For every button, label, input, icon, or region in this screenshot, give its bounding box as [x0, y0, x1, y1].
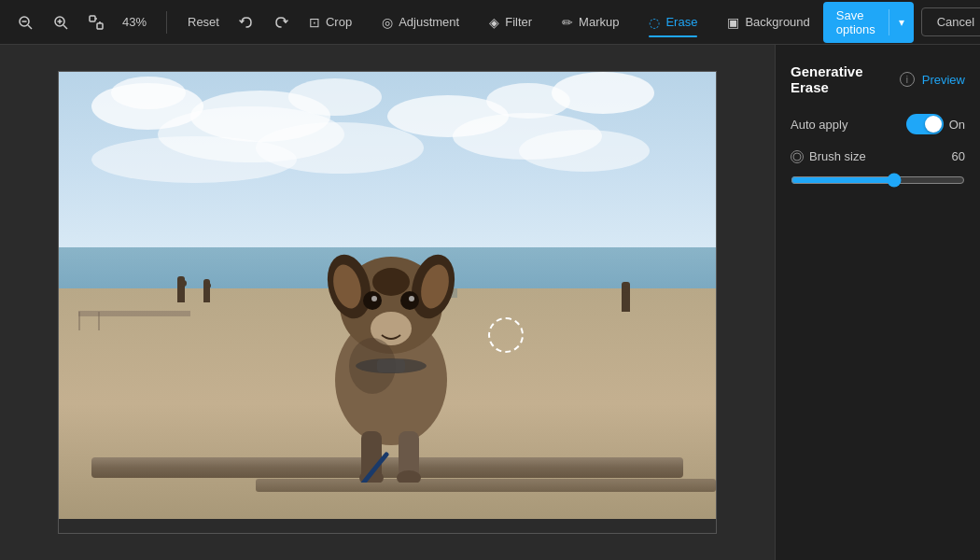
save-options-button[interactable]: Save options ▾	[823, 2, 914, 43]
filter-tool-button[interactable]: ◈ Filter	[476, 9, 545, 35]
info-icon[interactable]: i	[900, 72, 915, 87]
person-1-head	[180, 280, 187, 287]
svg-rect-7	[90, 16, 95, 21]
erase-tool-label: Erase	[665, 15, 697, 29]
toggle-container: On	[906, 114, 965, 134]
svg-line-4	[63, 25, 67, 29]
auto-apply-toggle[interactable]	[906, 114, 944, 134]
cancel-button[interactable]: Cancel	[921, 7, 980, 36]
brush-slider-container	[791, 173, 965, 191]
panel-header: Generative Erase i Preview	[791, 63, 965, 95]
background-tool-label: Background	[745, 15, 809, 29]
toolbar-left: 43% Reset	[11, 8, 296, 36]
adjustment-icon: ◎	[382, 15, 393, 30]
auto-apply-row: Auto apply On	[791, 114, 965, 134]
pier	[78, 311, 190, 316]
crop-tool-label: Crop	[326, 15, 352, 29]
background-tool-button[interactable]: ▣ Background	[714, 9, 822, 35]
crop-tool-button[interactable]: ⊡ Crop	[296, 9, 365, 35]
zoom-level: 43%	[118, 15, 151, 29]
brush-size-label: Brush size	[809, 149, 866, 163]
save-options-label: Save options	[823, 2, 889, 43]
redo-button[interactable]	[268, 8, 296, 36]
brush-size-slider[interactable]	[791, 173, 965, 188]
save-options-arrow-icon: ▾	[889, 9, 914, 35]
toggle-knob	[925, 116, 942, 133]
right-panel: Generative Erase i Preview Auto apply On	[775, 45, 980, 560]
brush-size-value: 60	[952, 149, 965, 163]
background-icon: ▣	[727, 15, 739, 30]
brush-size-icon	[791, 150, 804, 163]
beach-scene	[59, 72, 716, 533]
svg-rect-8	[97, 23, 103, 29]
toolbar-right: Save options ▾ Cancel	[823, 2, 980, 43]
erase-icon: ◌	[649, 15, 660, 30]
markup-tool-button[interactable]: ✏ Markup	[549, 9, 632, 35]
toggle-state-label: On	[949, 118, 965, 132]
brush-size-row: Brush size 60	[791, 149, 965, 163]
main-content: Generative Erase i Preview Auto apply On	[0, 45, 980, 560]
crop-icon: ⊡	[309, 15, 320, 30]
svg-point-27	[371, 296, 377, 301]
svg-rect-38	[377, 359, 405, 372]
zoom-out-button[interactable]	[11, 8, 39, 36]
image-container	[58, 71, 717, 534]
reset-button[interactable]: Reset	[182, 11, 225, 33]
svg-line-1	[28, 25, 32, 29]
adjustment-tool-button[interactable]: ◎ Adjustment	[369, 9, 472, 35]
adjustment-tool-label: Adjustment	[399, 15, 459, 29]
svg-point-28	[409, 296, 414, 301]
dog-figure	[288, 203, 494, 483]
filter-icon: ◈	[489, 15, 499, 30]
zoom-in-button[interactable]	[47, 8, 75, 36]
markup-tool-label: Markup	[579, 15, 619, 29]
markup-icon: ✏	[562, 15, 573, 30]
toolbar-center: ⊡ Crop ◎ Adjustment ◈ Filter ✏ Markup ◌ …	[296, 9, 823, 35]
filter-tool-label: Filter	[505, 15, 532, 29]
erase-tool-button[interactable]: ◌ Erase	[636, 9, 710, 35]
divider-1	[166, 11, 167, 34]
toolbar: 43% Reset ⊡ Crop ◎ Adjustment ◈ Filter	[0, 0, 980, 45]
undo-button[interactable]	[232, 8, 260, 36]
auto-apply-label: Auto apply	[791, 118, 847, 132]
preview-link[interactable]: Preview	[922, 73, 965, 87]
svg-point-39	[793, 153, 801, 161]
panel-title: Generative Erase	[791, 63, 892, 95]
canvas-area[interactable]	[0, 45, 775, 560]
brush-label-group: Brush size	[791, 149, 866, 163]
pier-legs	[78, 312, 80, 330]
fit-view-button[interactable]	[82, 8, 110, 36]
svg-point-31	[372, 268, 410, 296]
pier-legs-2	[98, 312, 100, 330]
